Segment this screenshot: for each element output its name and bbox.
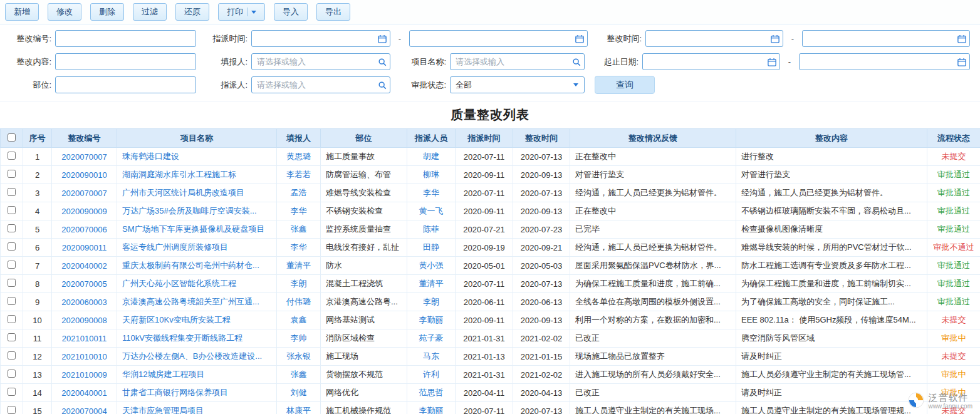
rectify-no-link[interactable]: 2020060003 (61, 298, 107, 307)
rectify-no-link[interactable]: 2021010010 (61, 352, 107, 361)
filler-link[interactable]: 孟浩 (291, 188, 307, 197)
rectify-no-link[interactable]: 2020090009 (61, 207, 107, 216)
export-button[interactable]: 导出 (316, 3, 350, 21)
assignee-link[interactable]: 黄一飞 (419, 206, 444, 215)
rectify-no-link[interactable]: 2020070007 (61, 152, 107, 162)
delete-button[interactable]: 删除 (90, 3, 124, 21)
query-button[interactable]: 查询 (595, 76, 655, 94)
assign-time-start-input[interactable] (252, 31, 375, 46)
search-icon[interactable] (375, 77, 390, 93)
project-name-link[interactable]: SM广场地下车库更换摄像机及硬盘项目 (122, 224, 265, 234)
search-icon[interactable] (569, 54, 584, 70)
filler-link[interactable]: 林康平 (286, 406, 311, 414)
date-range-start-input[interactable] (643, 54, 764, 70)
calendar-icon[interactable] (768, 31, 783, 46)
filler-link[interactable]: 李若若 (286, 170, 311, 179)
assignee-link[interactable]: 李朗 (423, 297, 439, 306)
search-icon[interactable] (375, 54, 390, 70)
rectify-no-link[interactable]: 2020090011 (62, 243, 107, 252)
rectify-time-end-input[interactable] (803, 31, 954, 46)
project-name-link[interactable]: 广州天心苑小区智能化系统工程 (122, 279, 236, 288)
rectify-no-link[interactable]: 2021010011 (62, 334, 107, 343)
assignee-link[interactable]: 李华 (423, 188, 439, 197)
filler-link[interactable]: 张鑫 (291, 370, 307, 379)
calendar-icon[interactable] (954, 31, 969, 46)
filler-link[interactable]: 李华 (291, 242, 307, 252)
assignee-link[interactable]: 许利 (423, 370, 439, 379)
project-name-link[interactable]: 广州市天河区统计局机房改造项目 (122, 188, 244, 197)
filler-link[interactable]: 李帅 (291, 333, 307, 343)
row-checkbox[interactable] (8, 370, 16, 378)
assignee-link[interactable]: 董清平 (419, 279, 444, 288)
restore-button[interactable]: 还原 (175, 3, 209, 21)
assignee-link[interactable]: 范思哲 (419, 388, 444, 397)
date-range-end-input[interactable] (800, 54, 954, 70)
part-input[interactable] (56, 77, 195, 93)
calendar-icon[interactable] (572, 31, 587, 46)
filter-button[interactable]: 过滤 (133, 3, 167, 21)
filler-link[interactable]: 黄思璐 (286, 152, 311, 161)
project-name-link[interactable]: 甘肃省工商银行网络保养项目 (122, 388, 228, 397)
rectify-no-link[interactable]: 2020070005 (61, 279, 107, 289)
filler-link[interactable]: 董清平 (286, 261, 311, 270)
assignee-link[interactable]: 田静 (423, 242, 439, 252)
rectify-no-link[interactable]: 2020040001 (61, 388, 107, 398)
rectify-no-link[interactable]: 2020090010 (61, 170, 107, 180)
project-name-link[interactable]: 湖南洞庭湖水库引水工程施工标 (122, 170, 236, 179)
rectify-no-link[interactable]: 2021010009 (61, 370, 107, 380)
calendar-icon[interactable] (764, 54, 779, 70)
row-checkbox[interactable] (8, 388, 16, 396)
assignee-link[interactable]: 黄小强 (419, 261, 444, 270)
assigner-input[interactable] (252, 77, 375, 93)
assignee-link[interactable]: 马东 (423, 351, 439, 361)
assignee-link[interactable]: 李勤丽 (419, 406, 444, 414)
row-checkbox[interactable] (8, 224, 16, 232)
row-checkbox[interactable] (8, 242, 16, 251)
row-checkbox[interactable] (8, 406, 16, 414)
project-name-link[interactable]: 华润12城房建工程项目 (122, 370, 204, 379)
edit-button[interactable]: 修改 (48, 3, 81, 21)
filler-link[interactable]: 袁鑫 (291, 315, 307, 324)
filler-link[interactable]: 张鑫 (291, 224, 307, 234)
row-checkbox[interactable] (8, 152, 16, 160)
row-checkbox[interactable] (8, 315, 16, 323)
assignee-link[interactable]: 陈菲 (423, 224, 439, 234)
rectify-no-input[interactable] (56, 31, 195, 46)
rectify-content-input[interactable] (56, 54, 195, 70)
rectify-no-link[interactable]: 2020070004 (61, 406, 107, 414)
print-button[interactable]: 打印 (218, 3, 265, 21)
filler-input[interactable] (252, 54, 375, 70)
filler-link[interactable]: 张永银 (286, 351, 311, 361)
project-name-link[interactable]: 珠海鹤港口建设 (122, 152, 179, 161)
calendar-icon[interactable] (954, 54, 969, 70)
project-name-link[interactable]: 重庆太极制药有限公司亳州中药材仓... (122, 261, 259, 270)
project-name-link[interactable]: 110kV安徽线程集变开断线路工程 (122, 333, 242, 343)
project-name-input[interactable] (451, 54, 569, 70)
add-button[interactable]: 新增 (5, 3, 39, 21)
assignee-link[interactable]: 胡建 (423, 152, 439, 161)
filler-link[interactable]: 付伟璐 (286, 297, 311, 306)
project-name-link[interactable]: 客运专线广州调度所装修项目 (122, 242, 228, 252)
project-name-link[interactable]: 天府新区10Kv变电所安装工程 (122, 315, 231, 324)
import-button[interactable]: 导入 (274, 3, 308, 21)
assignee-link[interactable]: 李勤丽 (419, 315, 444, 324)
assign-time-end-input[interactable] (410, 31, 572, 46)
row-checkbox[interactable] (8, 279, 16, 287)
row-checkbox[interactable] (8, 261, 16, 269)
rectify-no-link[interactable]: 2020070006 (61, 225, 107, 234)
row-checkbox[interactable] (8, 333, 16, 341)
calendar-icon[interactable] (375, 31, 390, 46)
assignee-link[interactable]: 苑子豪 (419, 333, 444, 343)
rectify-no-link[interactable]: 2020070007 (61, 189, 107, 198)
filler-link[interactable]: 李华 (291, 206, 307, 215)
row-checkbox[interactable] (8, 351, 16, 360)
filler-link[interactable]: 刘健 (291, 388, 307, 397)
rectify-time-start-input[interactable] (646, 31, 768, 46)
project-name-link[interactable]: 天津市应急管理局项目 (122, 406, 204, 414)
select-all-checkbox[interactable] (8, 133, 16, 142)
project-name-link[interactable]: 京港澳高速公路粤境韶关至广州互通... (122, 297, 259, 306)
row-checkbox[interactable] (8, 188, 16, 196)
rectify-no-link[interactable]: 2020090008 (61, 316, 107, 325)
row-checkbox[interactable] (8, 297, 16, 305)
project-name-link[interactable]: 万达广场35#会所及咖啡厅空调安装... (122, 206, 257, 215)
